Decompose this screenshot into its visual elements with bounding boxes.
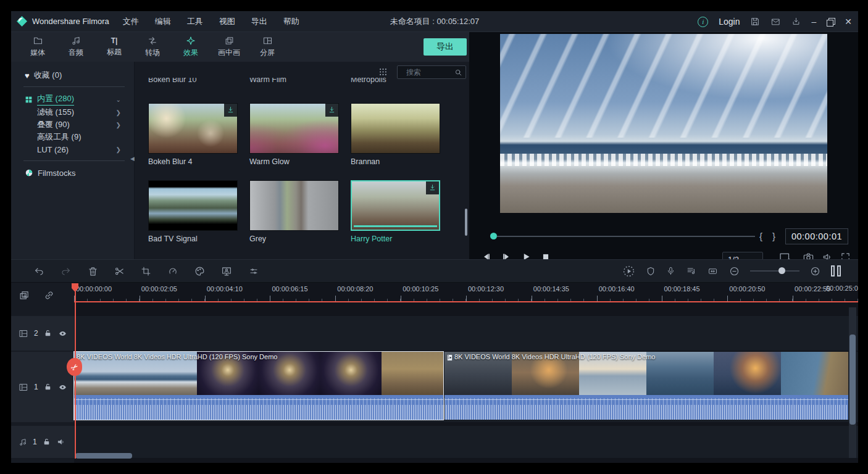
collapse-panel-arrow[interactable]: ◀	[130, 156, 135, 162]
sidebar-item-favorites[interactable]: ♥ 收藏 (0)	[11, 69, 135, 81]
sidebar-item-lut[interactable]: LUT (26) ❯	[11, 143, 135, 156]
timeline-clip-2[interactable]: 8K VIDEOS World 8K Videos HDR UltraHD (1…	[444, 352, 848, 420]
export-button[interactable]: 导出	[424, 38, 467, 56]
audio-mixer-icon[interactable]	[686, 266, 696, 276]
effect-card-warm-glow[interactable]: Warm Glow	[249, 103, 339, 166]
eye-icon[interactable]	[57, 383, 68, 391]
fit-timeline-icon[interactable]	[707, 267, 719, 276]
tab-titles[interactable]: T| 标题	[95, 32, 133, 62]
sidebar-item-overlays[interactable]: 叠覆 (90) ❯	[11, 118, 135, 131]
timeline-horizontal-scrollbar[interactable]	[75, 453, 132, 459]
menu-export[interactable]: 导出	[251, 16, 267, 27]
lock-icon[interactable]	[44, 383, 52, 391]
eye-icon[interactable]	[57, 330, 68, 338]
effect-card-bad-tv-signal[interactable]: Bad TV Signal	[148, 180, 238, 243]
effects-grid-panel: Bokeh Blur 10 Warm Film Metropolis Bokeh…	[135, 62, 469, 259]
menu-edit[interactable]: 编辑	[155, 16, 171, 27]
picture-in-picture-icon	[224, 36, 235, 46]
audio-track-1-lane[interactable]	[74, 426, 858, 458]
mail-icon[interactable]	[770, 17, 781, 27]
close-button[interactable]: ✕	[845, 17, 852, 26]
search-input[interactable]	[398, 68, 454, 77]
download-progress-bar	[354, 225, 437, 227]
timeline-ruler[interactable]: 00:00:00:00 00:00:02:05 00:00:04:10 00:0…	[74, 283, 858, 302]
restore-button[interactable]	[827, 18, 834, 25]
lock-icon[interactable]	[43, 438, 51, 446]
grid-squares-icon	[25, 96, 33, 104]
video-track-2-lane[interactable]	[74, 316, 858, 351]
audio-track-1-header: 1	[11, 426, 74, 458]
zoom-slider-handle[interactable]	[778, 267, 785, 274]
menu-help[interactable]: 帮助	[283, 16, 299, 27]
download-badge-icon	[224, 104, 237, 117]
panel-layout-icon[interactable]	[831, 265, 841, 276]
undo-icon[interactable]	[33, 266, 44, 276]
folder-icon	[33, 36, 43, 46]
filmora-logo-icon	[17, 16, 27, 27]
chroma-key-icon[interactable]	[221, 266, 232, 276]
mark-out-icon[interactable]: }	[772, 231, 775, 241]
download-badge-icon	[426, 181, 439, 194]
timeline-vertical-scrollbar[interactable]	[849, 335, 856, 425]
timeline-zoom-slider[interactable]	[750, 270, 799, 272]
effect-card-brannan[interactable]: Brannan	[351, 103, 440, 166]
chevron-right-icon: ❯	[116, 122, 121, 128]
sidebar-item-builtin[interactable]: 内置 (280) ⌄	[11, 93, 135, 106]
tab-split-screen[interactable]: 分屏	[248, 32, 286, 62]
save-icon[interactable]	[750, 17, 760, 27]
timeline-clip-1[interactable]: 8K VIDEOS World 8K Videos HDR UltraHD (1…	[74, 352, 443, 420]
sidebar-item-filmstocks[interactable]: Filmstocks	[11, 167, 135, 179]
link-icon[interactable]	[44, 290, 54, 301]
zoom-in-icon[interactable]	[810, 266, 820, 276]
download-icon[interactable]	[791, 17, 801, 27]
tab-pip[interactable]: 画中画	[210, 32, 248, 62]
timeline-panel: 00:00:00:00 00:00:02:05 00:00:04:10 00:0…	[11, 283, 858, 463]
sidebar-item-advanced-tools[interactable]: 高级工具 (9)	[11, 131, 135, 143]
title-bar: Wondershare Filmora 文件 编辑 工具 视图 导出 帮助 未命…	[11, 11, 858, 32]
add-track-icon[interactable]	[19, 290, 30, 301]
video-track-icon	[19, 329, 28, 338]
filmstocks-globe-icon	[25, 168, 33, 177]
split-screen-icon	[262, 36, 273, 46]
effect-card-harry-potter[interactable]: Harry Potter	[351, 180, 440, 243]
tab-media[interactable]: 媒体	[19, 32, 57, 62]
split-playhead-scissors-badge[interactable]: ✂	[67, 358, 82, 376]
sparkle-icon	[186, 36, 196, 46]
search-icon	[454, 69, 462, 77]
login-button[interactable]: Login	[719, 17, 740, 27]
menu-file[interactable]: 文件	[123, 16, 139, 27]
effect-label-scrolled: Bokeh Blur 10	[148, 78, 197, 86]
tab-audio[interactable]: 音频	[57, 32, 95, 62]
seek-bar[interactable]	[497, 236, 755, 237]
seek-handle[interactable]	[490, 233, 497, 239]
effects-scrollbar[interactable]	[465, 209, 467, 236]
media-tab-bar: 媒体 音频 T| 标题 转场 效果 画中画 分屏 导出	[11, 32, 469, 62]
tab-transitions[interactable]: 转场	[133, 32, 172, 62]
redo-icon[interactable]	[61, 266, 72, 276]
zoom-out-icon[interactable]	[729, 266, 740, 276]
speed-icon[interactable]	[167, 266, 178, 276]
split-scissors-icon[interactable]	[114, 266, 125, 276]
effect-card-bokeh-blur-4[interactable]: Bokeh Blur 4	[148, 103, 238, 166]
grid-view-icon[interactable]	[378, 67, 388, 77]
mark-in-icon[interactable]: {	[759, 231, 762, 241]
color-palette-icon[interactable]	[194, 266, 205, 276]
minimize-button[interactable]: –	[811, 17, 816, 26]
speaker-icon[interactable]	[56, 438, 66, 446]
record-voiceover-icon[interactable]	[666, 265, 675, 276]
adjust-sliders-icon[interactable]	[248, 267, 259, 276]
info-icon[interactable]: i	[698, 17, 708, 27]
sidebar-item-filters[interactable]: 滤镜 (155) ❯	[11, 106, 135, 118]
video-track-1-header: 1	[11, 352, 74, 422]
lock-icon[interactable]	[44, 329, 52, 338]
shield-icon[interactable]	[646, 266, 656, 276]
delete-icon[interactable]	[88, 266, 98, 276]
tab-effects[interactable]: 效果	[172, 32, 210, 62]
render-preview-icon[interactable]	[622, 265, 635, 278]
crop-icon[interactable]	[141, 266, 151, 276]
menu-tools[interactable]: 工具	[187, 16, 203, 27]
preview-video[interactable]	[500, 34, 827, 213]
menu-view[interactable]: 视图	[219, 16, 235, 27]
timecode-field[interactable]: 00:00:00:01	[785, 228, 848, 244]
effect-card-grey[interactable]: Grey	[249, 180, 339, 243]
